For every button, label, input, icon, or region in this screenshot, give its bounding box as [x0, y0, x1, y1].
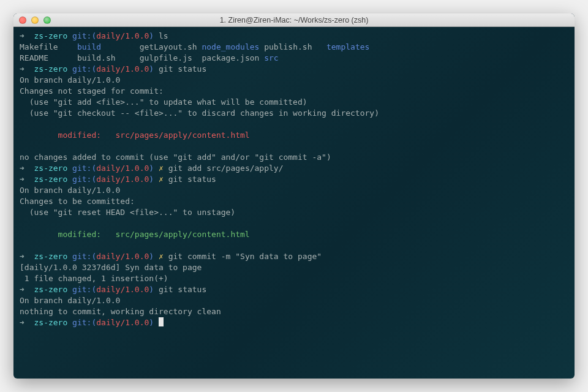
prompt-git-label: git:( — [72, 31, 96, 40]
commit-output: [daily/1.0.0 3237d6d] Syn data to page — [20, 263, 202, 272]
prompt-dir: zs-zero — [34, 285, 67, 294]
ls-item: Makefile — [20, 42, 58, 51]
prompt-branch: daily/1.0.0 — [96, 285, 149, 294]
status-hint: (use "git reset HEAD <file>..." to unsta… — [20, 208, 235, 217]
prompt-git-label: git:( — [72, 285, 96, 294]
ls-item: getLayout.sh — [140, 42, 197, 51]
prompt-arrow-icon: ➜ — [20, 31, 24, 40]
status-branch: On branch daily/1.0.0 — [20, 296, 120, 305]
prompt-branch: daily/1.0.0 — [96, 64, 149, 74]
ls-item: src — [264, 53, 278, 62]
prompt-git-label: git:( — [72, 64, 96, 74]
cmd-commit: git commit -m "Syn data to page" — [168, 252, 322, 261]
prompt-arrow-icon: ➜ — [20, 285, 24, 294]
prompt-arrow-icon: ➜ — [20, 252, 24, 261]
ls-item: node_modules — [202, 42, 259, 51]
cmd-status: git status — [159, 64, 206, 74]
prompt-dir: zs-zero — [34, 164, 67, 173]
cmd-status: git status — [168, 175, 216, 184]
prompt-branch: daily/1.0.0 — [96, 31, 149, 40]
ls-item: build — [77, 42, 101, 51]
prompt-git-close: ) — [149, 285, 154, 294]
prompt-git-close: ) — [149, 164, 154, 173]
prompt-branch: daily/1.0.0 — [96, 164, 149, 173]
zoom-icon[interactable] — [43, 17, 51, 24]
prompt-arrow-icon: ➜ — [20, 164, 24, 173]
status-clean: nothing to commit, working directory cle… — [20, 307, 221, 316]
status-hint: (use "git add <file>..." to update what … — [20, 97, 307, 107]
prompt-git-label: git:( — [72, 252, 96, 261]
prompt-git-close: ) — [149, 318, 154, 327]
prompt-arrow-icon: ➜ — [20, 64, 24, 74]
titlebar: 1. Ziren@Ziren-iMac: ~/Works/zs-zero (zs… — [13, 13, 575, 27]
minimize-icon[interactable] — [31, 17, 39, 24]
prompt-git-label: git:( — [72, 175, 96, 184]
commit-output: 1 file changed, 1 insertion(+) — [20, 274, 168, 283]
terminal-body[interactable]: ➜ zs-zero git:(daily/1.0.0) ls Makefile … — [13, 27, 575, 379]
window-title: 1. Ziren@Ziren-iMac: ~/Works/zs-zero (zs… — [13, 16, 575, 24]
prompt-branch: daily/1.0.0 — [96, 318, 149, 327]
ls-item: build.sh — [77, 53, 116, 62]
prompt-git-close: ) — [149, 175, 154, 184]
prompt-branch: daily/1.0.0 — [96, 175, 149, 184]
prompt-dir: zs-zero — [34, 252, 67, 261]
prompt-git-label: git:( — [72, 318, 96, 327]
status-branch: On branch daily/1.0.0 — [20, 186, 120, 195]
prompt-dirty-icon: ✗ — [159, 164, 164, 173]
ls-item: package.json — [202, 53, 259, 62]
prompt-branch: daily/1.0.0 — [96, 252, 149, 261]
ls-item: publish.sh — [264, 42, 312, 51]
status-modified-label: modified: — [20, 230, 116, 239]
status-hint: (use "git checkout -- <file>..." to disc… — [20, 108, 379, 118]
terminal-window: 1. Ziren@Ziren-iMac: ~/Works/zs-zero (zs… — [13, 13, 575, 379]
cmd-ls: ls — [159, 31, 168, 40]
prompt-git-close: ) — [149, 64, 154, 74]
prompt-dir: zs-zero — [34, 64, 67, 74]
status-heading: Changes not staged for commit: — [20, 86, 164, 96]
prompt-arrow-icon: ➜ — [20, 175, 24, 184]
ls-item: templates — [326, 42, 369, 51]
prompt-git-label: git:( — [72, 164, 96, 173]
prompt-dirty-icon: ✗ — [159, 252, 164, 261]
status-modified-file: src/pages/apply/content.html — [116, 130, 250, 140]
prompt-dirty-icon: ✗ — [159, 175, 164, 184]
status-heading: Changes to be committed: — [20, 197, 135, 206]
prompt-dir: zs-zero — [34, 175, 67, 184]
close-icon[interactable] — [19, 17, 26, 24]
cursor-icon — [159, 317, 164, 326]
ls-item: README — [20, 53, 48, 62]
status-modified-file: src/pages/apply/content.html — [116, 230, 250, 239]
status-footer: no changes added to commit (use "git add… — [20, 153, 331, 162]
cmd-add: git add src/pages/apply/ — [168, 164, 284, 173]
prompt-dir: zs-zero — [34, 318, 67, 327]
prompt-git-close: ) — [149, 31, 154, 40]
prompt-git-close: ) — [149, 252, 154, 261]
prompt-dir: zs-zero — [34, 31, 67, 40]
status-modified-label: modified: — [20, 130, 116, 140]
status-branch: On branch daily/1.0.0 — [20, 75, 120, 85]
ls-item: gulpfile.js — [140, 53, 192, 62]
traffic-lights — [13, 17, 51, 24]
prompt-arrow-icon: ➜ — [20, 318, 24, 327]
cmd-status: git status — [159, 285, 206, 294]
